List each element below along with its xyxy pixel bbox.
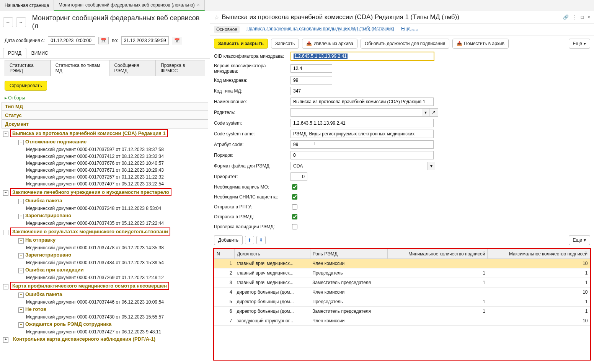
nav-back-button[interactable]: ← (3, 17, 13, 27)
name-input[interactable] (290, 98, 434, 106)
table-row[interactable]: 2главный врач медицинск...Председатель11 (214, 268, 590, 278)
table-row[interactable]: 7заведующий структурног...Член комиссии1… (214, 316, 590, 326)
doc-item[interactable]: Медицинский документ 0000-0017037597 от … (24, 146, 208, 153)
expander-icon[interactable]: − (18, 214, 24, 219)
doc-item[interactable]: Медицинский документ 0000-0017037446 от … (24, 299, 208, 306)
oid-input[interactable]: 1.2.643.5.1.13.13.99.2.41 (290, 52, 434, 61)
code-input[interactable] (290, 76, 332, 84)
col-position[interactable]: Должность (235, 249, 310, 259)
expander-icon[interactable]: − (18, 292, 24, 298)
expander-icon[interactable]: − (3, 284, 8, 289)
dropdown-icon[interactable]: ▾ (428, 162, 435, 170)
table-row[interactable]: 6директор больницы (дом...Заместитель пр… (214, 307, 590, 316)
expander-icon[interactable]: − (3, 230, 8, 235)
format-input[interactable] (290, 162, 428, 170)
table-row[interactable]: 4директор больницы (дом...Член комиссии1… (214, 288, 590, 297)
snils-checkbox[interactable] (292, 194, 297, 200)
move-up-button[interactable]: ⬆ (245, 236, 254, 244)
tab-remd[interactable]: РЭМД (3, 48, 26, 58)
extract-button[interactable]: 📤Извлечь из архива (302, 39, 357, 49)
star-icon[interactable]: ☆ (214, 14, 219, 21)
doc-item[interactable]: Медицинский документ 0000-0017037430 от … (24, 314, 208, 320)
expander-icon[interactable]: + (3, 337, 8, 343)
expander-icon[interactable]: − (18, 253, 24, 258)
group-zaklyuchenie-prestar[interactable]: Заключение лечебного учреждения о нуждае… (10, 188, 171, 196)
tab-home[interactable]: Начальная страница (0, 0, 54, 11)
link-icon[interactable]: 🔗 (563, 15, 569, 20)
nav-rules-link[interactable]: Правила заполнения на основании предыдущ… (246, 26, 394, 33)
doc-item[interactable]: Медицинский документ 0000-0017037671 от … (24, 167, 208, 174)
expander-icon[interactable]: − (18, 199, 24, 204)
attr-input[interactable] (290, 140, 434, 149)
validation-checkbox[interactable] (292, 224, 297, 229)
tab-stat-types[interactable]: Статистика по типам МД (51, 60, 109, 76)
tab-msg-remd[interactable]: Сообщения РЭМД (109, 60, 156, 76)
priority-input[interactable] (290, 172, 307, 181)
expander-icon[interactable]: − (18, 307, 24, 313)
maximize-icon[interactable]: □ (581, 15, 584, 20)
parent-input[interactable] (290, 108, 422, 117)
col-n[interactable]: N (214, 249, 235, 259)
doc-item[interactable]: Медицинский документ 0000-0017037676 от … (24, 160, 208, 167)
expander-icon[interactable]: − (18, 140, 24, 145)
table-row[interactable]: 5директор больницы (дом...Председатель11 (214, 297, 590, 307)
group-vypiska[interactable]: Выписка из протокола врачебной комиссии … (10, 129, 168, 137)
update-positions-button[interactable]: Обновить должности для подписания (361, 39, 449, 49)
version-input[interactable] (290, 64, 332, 73)
tab-vimis[interactable]: ВИМИС (26, 48, 53, 58)
expander-icon[interactable]: − (18, 322, 24, 328)
add-button[interactable]: Добавить (214, 235, 243, 245)
doc-item[interactable]: Медицинский документ 0000-0017037412 от … (24, 153, 208, 160)
archive-button[interactable]: 📥Поместить в архив (452, 39, 509, 49)
open-icon[interactable]: ↗ (429, 108, 438, 117)
form-button[interactable]: Сформировать (5, 81, 47, 91)
doc-item[interactable]: Медицинский документ 0000-0017037478 от … (24, 244, 208, 251)
group-kontrol-karta[interactable]: Контрольная карта диспансерного наблюден… (10, 335, 158, 343)
calendar-icon[interactable]: 📅 (98, 37, 109, 44)
doc-item[interactable]: Медицинский документ 0000-0017037407 от … (24, 180, 208, 187)
sign-mo-checkbox[interactable] (292, 184, 297, 190)
nav-forward-button[interactable]: → (16, 17, 26, 27)
more-button[interactable]: Еще ▾ (569, 39, 590, 49)
nav-main[interactable]: Основное (214, 26, 240, 33)
dropdown-icon[interactable]: ▾ (422, 108, 429, 117)
close-icon[interactable]: × (197, 2, 200, 8)
tab-monitoring[interactable]: Мониторинг сообщений федеральных веб сер… (54, 0, 205, 11)
close-icon[interactable]: × (587, 15, 590, 20)
move-down-button[interactable]: ⬇ (256, 236, 266, 244)
table-row[interactable]: 3главный врач медицинск...Заместитель пр… (214, 278, 590, 288)
order-input[interactable] (290, 151, 434, 159)
date-to-input[interactable] (121, 36, 169, 45)
tab-check-frmss[interactable]: Проверка в ФРМСС (156, 60, 205, 76)
group-karta-profilaktika[interactable]: Карта профилактического медицинского осм… (10, 282, 169, 290)
filters-toggle[interactable]: ▸ Отборы (0, 94, 210, 102)
nav-more-link[interactable]: Еще...... (401, 26, 418, 33)
table-more-button[interactable]: Еще ▾ (569, 235, 590, 245)
expander-icon[interactable]: − (18, 238, 24, 244)
csname-input[interactable] (290, 130, 434, 138)
calendar-icon[interactable]: 📅 (172, 37, 182, 44)
save-close-button[interactable]: Записать и закрыть (214, 39, 268, 49)
tab-stat-remd[interactable]: Статистика РЭМД (5, 60, 51, 76)
expander-icon[interactable]: − (18, 268, 24, 273)
codesystem-input[interactable] (290, 119, 434, 127)
rpgu-checkbox[interactable] (292, 204, 297, 210)
table-row[interactable]: 1главный врач медицинск...Член комиссии1… (214, 259, 590, 268)
expander-icon[interactable]: − (3, 190, 8, 196)
save-button[interactable]: Записать (271, 39, 299, 49)
doc-item[interactable]: Медицинский документ 0000-0017037248 от … (24, 205, 208, 212)
doc-item[interactable]: Медицинский документ 0000-0017037435 от … (24, 220, 208, 227)
col-min[interactable]: Минимальное количество подписей (387, 249, 488, 259)
doc-item[interactable]: Медицинский документ 0000-0017037269 от … (24, 274, 208, 281)
group-zaklyuchenie-result[interactable]: Заключение о результатах медицинского ос… (10, 227, 170, 236)
menu-dots-icon[interactable]: ⋮ (573, 15, 577, 20)
col-max[interactable]: Максимальное количество подписей (488, 249, 590, 259)
remd-checkbox[interactable] (292, 214, 297, 219)
type-input[interactable] (290, 87, 332, 95)
doc-item[interactable]: Медицинский документ 0000-0017037257 от … (24, 174, 208, 180)
doc-item[interactable]: Медицинский документ 0000-0017037484 от … (24, 259, 208, 266)
date-from-input[interactable] (48, 36, 95, 45)
doc-item[interactable]: Медицинский документ 0000-0017037427 от … (24, 328, 208, 335)
expander-icon[interactable]: − (3, 132, 8, 137)
col-role[interactable]: Роль РЭМД (310, 249, 387, 259)
